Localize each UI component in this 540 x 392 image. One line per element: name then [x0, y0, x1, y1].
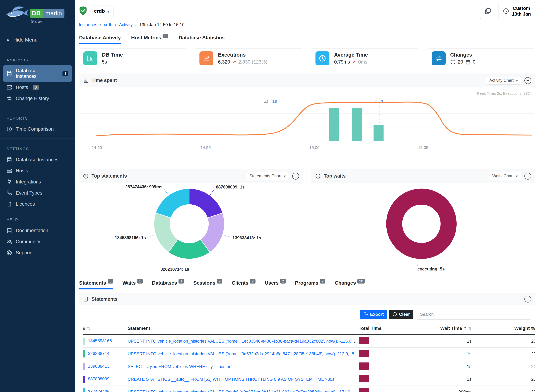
sidebar-item-licences[interactable]: Licences: [0, 198, 75, 210]
main-content: crdb Custom13th Jan InstancescrdbActivit…: [75, 0, 540, 392]
time-range-mode: Custom: [512, 5, 531, 11]
sidebar-item-integrations[interactable]: Integrations: [0, 176, 75, 187]
collapse-panel-button[interactable]: −: [525, 77, 531, 84]
column-header-weight-[interactable]: Weight %: [471, 322, 535, 335]
collapse-panel-button[interactable]: −: [292, 173, 299, 179]
breadcrumb-link-crdb[interactable]: crdb: [104, 22, 112, 27]
column-header--[interactable]: #: [83, 322, 128, 335]
sidebar-item-change-history[interactable]: Change History: [0, 93, 75, 104]
sidebar-item-label: Time Comparison: [16, 126, 54, 132]
pie-chart-icon: [83, 173, 89, 179]
export-button[interactable]: Export: [360, 310, 387, 319]
statement-link[interactable]: UPSERT INTO vehicle_location_histories V…: [128, 389, 359, 392]
detail-tab-sessions[interactable]: Sessions2: [193, 280, 222, 289]
top-statements-chart[interactable]: 887898099: 1s139638413: 1s326238714: 1s1…: [79, 183, 303, 274]
logo-marlin-badge: marlin: [43, 9, 65, 18]
sidebar-item-database-instances[interactable]: Database Instances1: [3, 65, 72, 82]
support-icon: [6, 250, 12, 256]
table-row: 287474436UPSERT INTO vehicle_location_hi…: [83, 386, 535, 392]
executions-bar[interactable]: [352, 108, 362, 141]
kpi-card-db-time: DB Time5s: [79, 49, 187, 68]
breadcrumb-separator: [100, 22, 101, 27]
column-label: Weight %: [514, 326, 535, 331]
detail-tab-waits[interactable]: Waits1: [122, 280, 143, 289]
change-marker-icon[interactable]: ⇄: [373, 99, 377, 104]
donut-slice-887898099[interactable]: [189, 189, 223, 218]
change-count: 20: [458, 59, 463, 65]
column-header-wait-time[interactable]: Wait Time: [412, 322, 471, 335]
breadcrumb-link-activity[interactable]: Activity: [119, 22, 133, 27]
kpi-delta: 2,830 (123%): [238, 59, 267, 65]
breadcrumb-link-instances[interactable]: Instances: [79, 22, 97, 27]
donut-slice-executing[interactable]: [394, 197, 449, 251]
statements-chart-select[interactable]: Statements Chart: [246, 172, 289, 180]
detail-tab-databases[interactable]: Databases1: [152, 280, 184, 289]
executions-icon: [200, 51, 213, 65]
sidebar-item-hosts[interactable]: Hosts0: [0, 82, 75, 93]
sidebar-item-time-comparison[interactable]: Time Comparison: [0, 124, 75, 135]
sidebar-item-database-instances[interactable]: Database Instances: [0, 154, 75, 165]
tab-database-statistics[interactable]: Database Statistics: [179, 35, 225, 44]
sidebar-item-event-types[interactable]: Event Types: [0, 187, 75, 198]
donut-slice-287474436[interactable]: [156, 189, 189, 218]
copy-link-button[interactable]: [480, 3, 496, 19]
svg-text:14:50: 14:50: [92, 145, 102, 150]
book-icon: [6, 228, 12, 233]
time-spent-chart[interactable]: 14:5014:5515:0015:05⇄18⇄2 Peak Time: 2s,…: [79, 87, 535, 164]
top-waits-title: Top waits: [324, 173, 346, 179]
sidebar-item-label: Integrations: [16, 179, 41, 185]
column-header-statement: Statement: [128, 322, 359, 335]
executions-bar[interactable]: [329, 108, 339, 141]
executions-bar[interactable]: [374, 125, 384, 141]
statement-id-link[interactable]: 326238714: [88, 351, 109, 356]
activity-chart-select[interactable]: Activity Chart: [486, 76, 521, 85]
collapse-panel-button[interactable]: −: [525, 173, 531, 179]
statement-link[interactable]: UPSERT INTO vehicle_location_histories V…: [128, 339, 359, 343]
total-time-bar: [359, 388, 369, 392]
top-statements-title: Top statements: [91, 173, 127, 179]
tab-host-metrics[interactable]: Host Metrics0: [131, 35, 168, 44]
column-label: Wait Time: [440, 326, 462, 331]
tab-database-activity[interactable]: Database Activity: [79, 35, 121, 44]
detail-tab-changes[interactable]: Changes20: [335, 280, 365, 289]
statement-id-link[interactable]: 139638413: [88, 364, 109, 368]
hide-menu-button[interactable]: Hide Menu: [0, 34, 75, 46]
sidebar-item-community[interactable]: Community: [0, 236, 75, 247]
collapse-panel-button[interactable]: −: [525, 296, 531, 303]
count-badge: 1: [62, 71, 68, 76]
statement-id-link[interactable]: 1845898166: [88, 338, 112, 343]
statement-link[interactable]: CREATE STATISTICS __auto__ FROM [63] WIT…: [128, 377, 335, 382]
donut-row: Top statements Statements Chart − 887898…: [79, 169, 535, 274]
calendar-icon: [465, 60, 471, 65]
breadcrumb-separator: [115, 22, 117, 27]
clear-button[interactable]: Clear: [389, 310, 413, 319]
detail-tab-users[interactable]: Users2: [265, 280, 286, 289]
tab-label: Clients: [232, 280, 248, 286]
detail-tab-statements[interactable]: Statements5: [79, 280, 113, 289]
count-badge: 20: [357, 279, 365, 283]
sidebar-item-documentation[interactable]: Documentation: [0, 225, 75, 236]
instance-header: crdb Custom13th Jan: [75, 0, 540, 19]
detail-tabs: Statements5Waits1Databases1Sessions2Clie…: [79, 280, 535, 289]
statement-id-link[interactable]: 287474436: [88, 389, 109, 392]
detail-tab-programs[interactable]: Programs2: [295, 280, 325, 289]
time-range-button[interactable]: Custom13th Jan: [498, 3, 535, 19]
waits-chart-select[interactable]: Waits Chart: [489, 172, 521, 180]
statement-id-link[interactable]: 887898099: [88, 377, 109, 381]
sidebar-item-hosts[interactable]: Hosts: [0, 165, 75, 176]
search-input[interactable]: [417, 309, 531, 319]
instance-selector[interactable]: crdb: [90, 5, 114, 17]
column-label: Statement: [128, 326, 150, 331]
statement-link[interactable]: SELECT city, id FROM vehicles WHERE city…: [128, 364, 232, 369]
statement-link[interactable]: UPSERT INTO vehicle_location_histories V…: [128, 351, 359, 356]
sidebar-section-settings: SETTINGS: [6, 147, 75, 151]
donut-label: executing: 5s: [417, 267, 445, 271]
sidebar-item-label: Database Instances: [16, 68, 58, 79]
sidebar-item-label: Community: [16, 239, 40, 244]
detail-tab-clients[interactable]: Clients2: [232, 280, 255, 289]
db-time-line[interactable]: [97, 102, 532, 136]
change-marker-icon[interactable]: ⇄: [264, 99, 268, 104]
sidebar-item-support[interactable]: Support: [0, 247, 75, 258]
top-waits-chart[interactable]: executing: 5s: [311, 183, 535, 274]
sidebar-section-analysis: ANALYSIS: [6, 58, 75, 62]
